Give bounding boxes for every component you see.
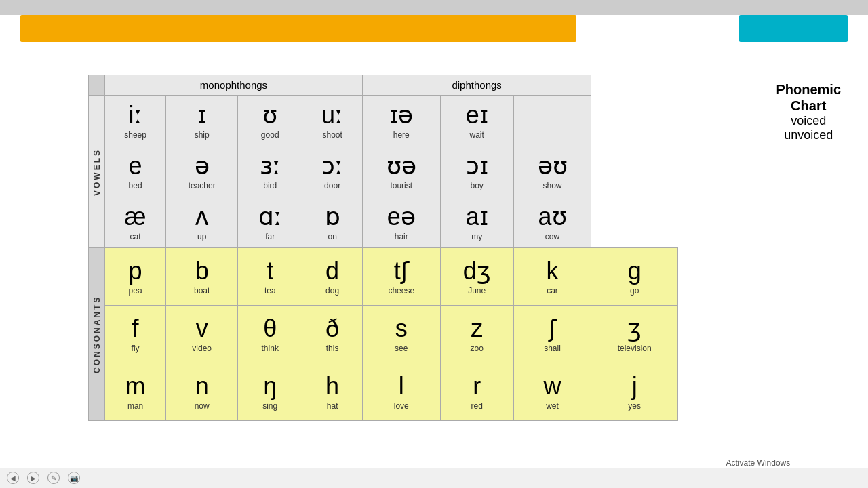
cell-e: e bed bbox=[105, 146, 166, 197]
media-icon-4[interactable]: 📷 bbox=[68, 472, 80, 484]
symbol-s: s bbox=[395, 315, 408, 342]
vowels-label: VOWELS bbox=[89, 96, 105, 248]
symbol-ʌ: ʌ bbox=[195, 203, 209, 230]
word-go: go bbox=[630, 286, 639, 296]
symbol-aɪ: aɪ bbox=[466, 203, 488, 230]
cell-dʒ: dʒ June bbox=[440, 248, 513, 306]
word-on: on bbox=[328, 232, 336, 241]
symbol-v: v bbox=[196, 315, 208, 342]
symbol-n: n bbox=[195, 373, 209, 400]
cell-ɪ: ɪ ship bbox=[166, 96, 238, 146]
symbol-ʊə: ʊə bbox=[387, 152, 416, 180]
vowel-row-3: æ cat ʌ up ɑː far ɒ on bbox=[89, 197, 678, 248]
symbol-əʊ: əʊ bbox=[538, 152, 568, 180]
word-hat: hat bbox=[327, 401, 338, 411]
cell-θ: θ think bbox=[238, 306, 302, 363]
word-boy: boy bbox=[470, 181, 483, 190]
cell-ɔɪ: ɔɪ boy bbox=[440, 146, 513, 197]
symbol-ʃ: ʃ bbox=[549, 315, 557, 342]
symbol-b: b bbox=[195, 258, 209, 285]
cell-r: r red bbox=[440, 363, 513, 421]
symbol-æ: æ bbox=[125, 203, 146, 230]
word-door: door bbox=[324, 181, 340, 190]
cell-m: m man bbox=[105, 363, 166, 421]
word-man: man bbox=[127, 401, 143, 411]
word-hair: hair bbox=[395, 232, 408, 241]
consonant-row-3: m man n now ŋ sing h hat bbox=[89, 363, 678, 421]
cell-ɜː: ɜː bird bbox=[238, 146, 302, 197]
cell-p: p pea bbox=[105, 248, 166, 306]
word-shall: shall bbox=[544, 344, 561, 353]
media-icon-3[interactable]: ✎ bbox=[47, 472, 60, 484]
symbol-g: g bbox=[628, 258, 642, 285]
word-show: show bbox=[543, 181, 562, 190]
cell-ʒ: ʒ television bbox=[591, 306, 678, 363]
cell-k: k car bbox=[513, 248, 591, 306]
word-shoot: shoot bbox=[322, 130, 342, 140]
phonemic-chart: monophthongs diphthongs VOWELS iː sheep … bbox=[88, 75, 678, 421]
cell-ɑː: ɑː far bbox=[238, 197, 302, 248]
cell-ð: ð this bbox=[302, 306, 363, 363]
word-boat: boat bbox=[194, 286, 210, 296]
word-car: car bbox=[547, 286, 558, 296]
word-see: see bbox=[395, 344, 408, 353]
word-bird: bird bbox=[263, 181, 277, 190]
word-bed: bed bbox=[129, 181, 142, 190]
symbol-tʃ: tʃ bbox=[394, 258, 409, 285]
cell-b: b boat bbox=[166, 248, 238, 306]
cell-ə: ə teacher bbox=[166, 146, 238, 197]
cell-ʌ: ʌ up bbox=[166, 197, 238, 248]
symbol-ɔː: ɔː bbox=[321, 152, 343, 180]
consonant-row-1: CONSONANTS p pea b boat t tea bbox=[89, 248, 678, 306]
vowel-row-1: VOWELS iː sheep ɪ ship ʊ good bbox=[89, 96, 678, 146]
unvoiced-label: unvoiced bbox=[776, 128, 841, 142]
word-my: my bbox=[471, 232, 482, 241]
cell-ɒ: ɒ on bbox=[302, 197, 363, 248]
orange-bar bbox=[20, 15, 576, 42]
symbol-l: l bbox=[399, 373, 404, 400]
symbol-f: f bbox=[132, 315, 139, 342]
word-here: here bbox=[393, 130, 410, 140]
word-ship: ship bbox=[195, 130, 210, 140]
cell-iː: iː sheep bbox=[105, 96, 166, 146]
media-icon-1[interactable]: ◀ bbox=[7, 472, 19, 484]
word-cat: cat bbox=[130, 232, 141, 241]
symbol-ɪ: ɪ bbox=[197, 102, 206, 129]
phonemic-chart-label: Phonemic Chart voiced unvoiced bbox=[776, 81, 841, 142]
cell-ʊə: ʊə tourist bbox=[362, 146, 440, 197]
symbol-w: w bbox=[544, 373, 561, 400]
cell-eə: eə hair bbox=[362, 197, 440, 248]
cell-f: f fly bbox=[105, 306, 166, 363]
word-now: now bbox=[195, 401, 210, 411]
symbol-ɔɪ: ɔɪ bbox=[466, 152, 488, 180]
word-fly: fly bbox=[132, 344, 140, 353]
vowel-row-2: e bed ə teacher ɜː bird ɔː door bbox=[89, 146, 678, 197]
cell-z: z zoo bbox=[440, 306, 513, 363]
word-up: up bbox=[197, 232, 206, 241]
cell-s: s see bbox=[362, 306, 440, 363]
symbol-aʊ: aʊ bbox=[538, 203, 566, 230]
cell-v: v video bbox=[166, 306, 238, 363]
symbol-ɪə: ɪə bbox=[389, 102, 413, 129]
consonants-label: CONSONANTS bbox=[89, 248, 105, 421]
cell-l: l love bbox=[362, 363, 440, 421]
word-this: this bbox=[326, 344, 339, 353]
top-bar bbox=[0, 0, 868, 15]
word-television: television bbox=[618, 344, 652, 353]
word-red: red bbox=[471, 401, 482, 411]
cell-w: w wet bbox=[513, 363, 591, 421]
word-zoo: zoo bbox=[470, 344, 483, 353]
symbol-dʒ: dʒ bbox=[463, 258, 491, 285]
cell-æ: æ cat bbox=[105, 197, 166, 248]
symbol-ʊ: ʊ bbox=[262, 102, 277, 129]
symbol-eə: eə bbox=[387, 203, 416, 230]
cell-ɔː: ɔː door bbox=[302, 146, 363, 197]
media-icon-2[interactable]: ▶ bbox=[27, 472, 39, 484]
word-dog: dog bbox=[326, 286, 339, 296]
symbol-h: h bbox=[326, 373, 339, 400]
cell-h: h hat bbox=[302, 363, 363, 421]
cell-g: g go bbox=[591, 248, 678, 306]
corner-cell bbox=[89, 75, 105, 96]
symbol-ð: ð bbox=[326, 315, 339, 342]
symbol-ɜː: ɜː bbox=[260, 152, 281, 180]
